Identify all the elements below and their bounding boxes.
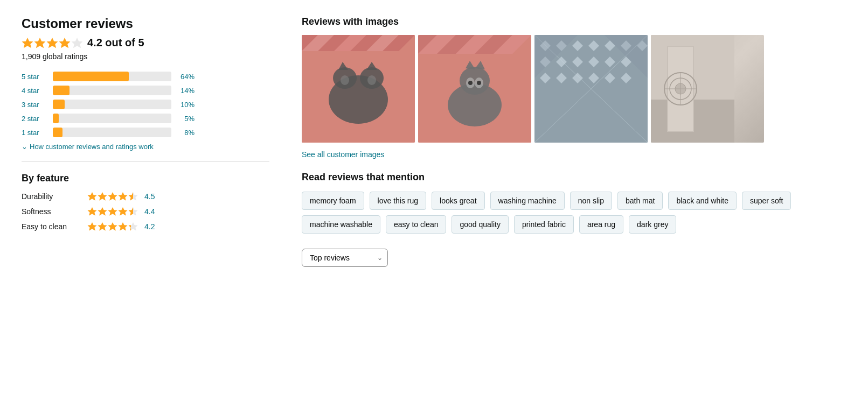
review-tag-chip[interactable]: good quality xyxy=(452,215,509,234)
svg-marker-11 xyxy=(98,207,107,216)
feature-score[interactable]: 4.4 xyxy=(144,207,155,216)
feature-row: Durability4.5 xyxy=(22,192,269,201)
review-tag-chip[interactable]: black and white xyxy=(668,192,737,210)
review-tag-chip[interactable]: washing machine xyxy=(490,192,565,210)
review-tag-chip[interactable]: machine washable xyxy=(302,215,380,234)
review-tag-chip[interactable]: printed fabric xyxy=(514,215,574,234)
svg-marker-17 xyxy=(108,222,117,231)
review-tags-container: memory foamlove this ruglooks greatwashi… xyxy=(302,192,846,234)
star-bar-row: 5 star64% xyxy=(22,72,269,81)
divider xyxy=(22,161,269,162)
svg-point-49 xyxy=(477,81,481,85)
star-bar-fill xyxy=(53,72,129,81)
overall-stars xyxy=(22,37,83,49)
star-2 xyxy=(34,37,46,49)
feature-row: Easy to clean4.2 xyxy=(22,222,269,231)
star-bar-track xyxy=(53,86,171,95)
svg-marker-12 xyxy=(108,207,117,216)
review-tag-chip[interactable]: easy to clean xyxy=(386,215,447,234)
svg-marker-4 xyxy=(72,38,83,48)
star-bar-label[interactable]: 4 star xyxy=(22,87,48,95)
feature-stars xyxy=(87,207,138,216)
svg-marker-18 xyxy=(118,222,127,231)
svg-marker-15 xyxy=(87,222,96,231)
review-image-3[interactable] xyxy=(534,35,648,143)
review-tag-chip[interactable]: bath mat xyxy=(617,192,663,210)
svg-point-34 xyxy=(367,75,376,85)
star-5 xyxy=(71,37,83,49)
star-bar-track xyxy=(53,100,171,109)
right-column: Reviews with images xyxy=(302,16,846,267)
see-all-images-link[interactable]: See all customer images xyxy=(302,150,846,159)
review-tag-chip[interactable]: dark grey xyxy=(629,215,676,234)
star-4 xyxy=(59,37,71,49)
star-bar-fill xyxy=(53,100,65,109)
svg-point-33 xyxy=(341,75,349,85)
how-reviews-link[interactable]: ⌄ How customer reviews and ratings work xyxy=(22,143,269,151)
review-image-2[interactable] xyxy=(418,35,531,143)
review-tag-chip[interactable]: love this rug xyxy=(370,192,426,210)
customer-reviews-title: Customer reviews xyxy=(22,16,269,31)
review-image-1[interactable] xyxy=(302,35,415,143)
review-tag-chip[interactable]: non slip xyxy=(570,192,612,210)
star-bar-label[interactable]: 2 star xyxy=(22,115,48,123)
feature-score[interactable]: 4.5 xyxy=(144,192,155,201)
review-images-grid xyxy=(302,35,846,143)
chevron-down-icon: ⌄ xyxy=(22,143,27,151)
star-bar-fill xyxy=(53,86,70,95)
star-bar-label[interactable]: 5 star xyxy=(22,73,48,81)
svg-marker-3 xyxy=(59,38,71,48)
feature-stars xyxy=(87,222,138,231)
feature-stars xyxy=(87,192,138,201)
features-container: Durability4.5Softness4.4Easy to clean4.2 xyxy=(22,192,269,231)
feature-score[interactable]: 4.2 xyxy=(144,222,155,231)
star-bars: 5 star64%4 star14%3 star10%2 star5%1 sta… xyxy=(22,72,269,137)
svg-marker-2 xyxy=(47,38,58,48)
svg-marker-7 xyxy=(108,192,117,201)
svg-marker-6 xyxy=(98,192,107,201)
review-tag-chip[interactable]: super soft xyxy=(742,192,791,210)
svg-marker-14 xyxy=(128,207,137,216)
star-bar-label[interactable]: 1 star xyxy=(22,129,48,137)
left-column: Customer reviews xyxy=(22,16,269,267)
review-tag-chip[interactable]: area rug xyxy=(579,215,623,234)
review-tag-chip[interactable]: looks great xyxy=(432,192,484,210)
star-bar-track xyxy=(53,114,171,123)
how-reviews-link-text: How customer reviews and ratings work xyxy=(30,143,154,151)
star-1 xyxy=(22,37,33,49)
feature-name: Easy to clean xyxy=(22,222,81,231)
top-reviews-select[interactable]: Top reviewsMost recentTop critical xyxy=(302,249,388,267)
svg-marker-19 xyxy=(128,222,137,231)
star-bar-fill xyxy=(53,114,59,123)
svg-marker-1 xyxy=(34,38,46,48)
star-bar-row: 2 star5% xyxy=(22,114,269,123)
overall-rating-row: 4.2 out of 5 xyxy=(22,37,269,49)
top-reviews-section: Top reviewsMost recentTop critical ⌄ xyxy=(302,249,846,267)
star-bar-pct: 14% xyxy=(176,87,195,95)
top-reviews-dropdown-wrapper[interactable]: Top reviewsMost recentTop critical ⌄ xyxy=(302,249,388,267)
svg-marker-16 xyxy=(98,222,107,231)
svg-point-43 xyxy=(460,67,490,95)
star-bar-track xyxy=(53,128,171,137)
svg-marker-13 xyxy=(118,207,127,216)
star-bar-pct: 5% xyxy=(176,115,195,123)
rating-value: 4.2 out of 5 xyxy=(87,37,144,49)
svg-marker-5 xyxy=(87,192,96,201)
star-bar-row: 3 star10% xyxy=(22,100,269,109)
svg-marker-8 xyxy=(118,192,127,201)
by-feature-title: By feature xyxy=(22,173,269,184)
star-bar-row: 4 star14% xyxy=(22,86,269,95)
review-image-4[interactable] xyxy=(651,35,764,143)
svg-point-48 xyxy=(468,81,473,85)
page-container: Customer reviews xyxy=(0,0,868,283)
svg-marker-9 xyxy=(128,192,137,201)
star-bar-pct: 8% xyxy=(176,129,195,137)
global-ratings: 1,909 global ratings xyxy=(22,52,269,61)
star-bar-label[interactable]: 3 star xyxy=(22,101,48,109)
star-bar-pct: 64% xyxy=(176,73,195,81)
svg-marker-10 xyxy=(87,207,96,216)
review-tag-chip[interactable]: memory foam xyxy=(302,192,364,210)
svg-marker-0 xyxy=(22,38,33,48)
read-reviews-title: Read reviews that mention xyxy=(302,172,846,183)
star-3 xyxy=(46,37,58,49)
